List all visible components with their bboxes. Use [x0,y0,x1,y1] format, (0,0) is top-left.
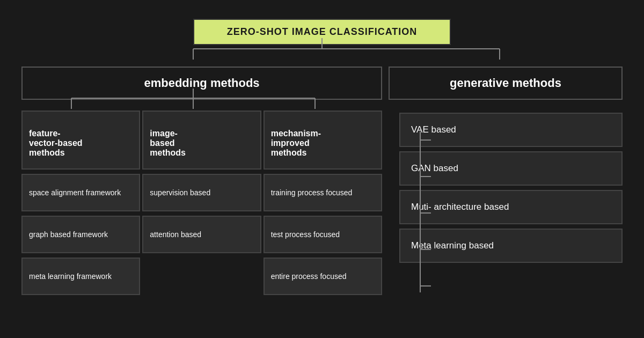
image-based-column: image- based methods supervision based a… [142,111,261,295]
list-item: meta learning framework [21,258,140,295]
list-item: graph based framework [21,216,140,253]
list-item: test process focused [264,216,382,253]
list-item: Meta learning based [399,229,623,263]
image-based-header: image- based methods [142,111,261,170]
root-title: ZERO-SHOT IMAGE CLASSIFICATION [193,19,451,45]
generative-items: VAE based GAN based Muti- architecture b… [399,111,623,263]
mechanism-improved-column: mechanism- improved methods training pro… [264,111,382,295]
list-item: supervision based [142,174,261,211]
embedding-header: embedding methods [21,67,382,100]
list-item: entire process focused [264,258,382,295]
generative-section: generative methods VAE based GAN based M… [389,67,623,263]
mechanism-improved-items: training process focused test process fo… [264,170,382,295]
feature-vector-column: feature- vector-based methods space alig… [21,111,140,295]
root-label: ZERO-SHOT IMAGE CLASSIFICATION [227,26,418,37]
list-item: GAN based [399,151,623,186]
diagram: ZERO-SHOT IMAGE CLASSIFICATION embedding… [11,8,633,330]
list-item: training process focused [264,174,382,211]
mechanism-improved-header: mechanism- improved methods [264,111,382,170]
image-based-items: supervision based attention based [142,170,261,253]
list-item: attention based [142,216,261,253]
list-item: space alignment framework [21,174,140,211]
generative-header: generative methods [389,67,623,100]
list-item: Muti- architecture based [399,190,623,224]
list-item: VAE based [399,113,623,147]
feature-vector-header: feature- vector-based methods [21,111,140,170]
feature-vector-items: space alignment framework graph based fr… [21,170,140,295]
